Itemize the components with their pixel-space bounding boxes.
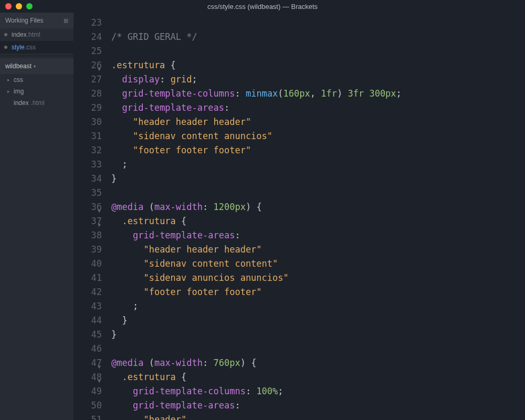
line-number[interactable]: 48▼: [74, 370, 102, 384]
close-icon[interactable]: [5, 3, 12, 9]
code-line[interactable]: "header header header": [111, 243, 525, 257]
line-number[interactable]: 30: [74, 115, 102, 129]
line-number[interactable]: 31: [74, 129, 102, 143]
window-title: css/style.css (wildbeast) — Brackets: [5, 3, 520, 10]
code-line[interactable]: grid-template-areas:: [111, 398, 525, 413]
line-number[interactable]: 29: [74, 101, 102, 115]
chevron-down-icon: ▾: [34, 64, 36, 69]
file-ext: .html: [27, 31, 40, 38]
tree-item-name: css: [14, 76, 23, 83]
code-line[interactable]: "footer footer footer": [111, 143, 525, 158]
file-name: index: [12, 31, 27, 38]
tree-item-name: index: [14, 99, 29, 107]
code-line[interactable]: [111, 186, 525, 200]
code-line[interactable]: ;: [111, 299, 525, 313]
line-number[interactable]: 26▼: [74, 58, 102, 72]
code-content[interactable]: /* GRID GERAL */.estrutura { display: gr…: [111, 13, 525, 420]
working-files-label: Working Files: [5, 17, 43, 24]
code-line[interactable]: grid-template-columns: 100%;: [111, 384, 525, 398]
tree-folder[interactable]: ▸css: [0, 74, 74, 86]
line-number[interactable]: 23: [74, 16, 102, 30]
code-line[interactable]: [111, 16, 525, 30]
code-line[interactable]: "sidenav anuncios anuncios": [111, 271, 525, 285]
line-number[interactable]: 50: [74, 398, 102, 413]
code-line[interactable]: "header": [111, 413, 525, 420]
line-number[interactable]: 28: [74, 87, 102, 101]
code-line[interactable]: /* GRID GERAL */: [111, 30, 525, 44]
line-number[interactable]: 43: [74, 299, 102, 313]
line-number[interactable]: 24: [74, 30, 102, 44]
code-line[interactable]: ;: [111, 158, 525, 172]
code-line[interactable]: @media (max-width: 1200px) {: [111, 200, 525, 214]
code-line[interactable]: grid-template-columns: minmax(160px, 1fr…: [111, 87, 525, 101]
line-number[interactable]: 38: [74, 228, 102, 243]
main-area: Working Files ⊞ index.htmlstyle.css wild…: [0, 13, 525, 420]
line-number[interactable]: 41: [74, 271, 102, 285]
line-number[interactable]: 39: [74, 243, 102, 257]
tree-file[interactable]: index.html: [0, 97, 74, 109]
line-number[interactable]: 42: [74, 285, 102, 299]
line-number[interactable]: 46: [74, 342, 102, 356]
working-file-item[interactable]: style.css: [0, 41, 74, 54]
code-editor[interactable]: 23242526▼27282930313233343536▼37▼3839404…: [74, 13, 525, 420]
code-line[interactable]: grid-template-areas:: [111, 101, 525, 115]
line-number[interactable]: 33: [74, 158, 102, 172]
code-line[interactable]: .estrutura {: [111, 370, 525, 384]
project-dropdown[interactable]: wildbeast ▾: [0, 58, 74, 74]
file-dirty-dot-icon: [4, 46, 7, 49]
code-line[interactable]: }: [111, 172, 525, 186]
line-number[interactable]: 45: [74, 328, 102, 342]
minimize-icon[interactable]: [16, 3, 22, 9]
code-line[interactable]: "sidenav content anuncios": [111, 129, 525, 143]
working-files-header[interactable]: Working Files ⊞: [0, 13, 74, 28]
line-number[interactable]: 44: [74, 313, 102, 328]
line-number[interactable]: 34: [74, 172, 102, 186]
window-controls: [5, 3, 33, 9]
line-number[interactable]: 35: [74, 186, 102, 200]
code-line[interactable]: "footer footer footer": [111, 285, 525, 299]
working-files-options-icon[interactable]: ⊞: [64, 17, 68, 24]
tree-item-name: img: [14, 88, 24, 95]
code-line[interactable]: grid-template-areas:: [111, 228, 525, 243]
tree-item-ext: .html: [31, 99, 45, 107]
code-line[interactable]: .estrutura {: [111, 214, 525, 228]
line-number[interactable]: 36▼: [74, 200, 102, 214]
code-line[interactable]: .estrutura {: [111, 58, 525, 72]
maximize-icon[interactable]: [26, 3, 33, 9]
code-line[interactable]: "sidenav content content": [111, 257, 525, 271]
line-number[interactable]: 40: [74, 257, 102, 271]
line-number[interactable]: 37▼: [74, 214, 102, 228]
file-name: style: [12, 44, 25, 51]
code-line[interactable]: @media (max-width: 760px) {: [111, 356, 525, 370]
working-files-list: index.htmlstyle.css: [0, 28, 74, 54]
working-file-item[interactable]: index.html: [0, 28, 74, 41]
code-line[interactable]: }: [111, 313, 525, 328]
code-line[interactable]: display: grid;: [111, 72, 525, 87]
file-tree: ▸css▸imgindex.html: [0, 74, 74, 109]
code-line[interactable]: [111, 342, 525, 356]
file-dirty-dot-icon: [4, 33, 7, 36]
tree-folder[interactable]: ▸img: [0, 86, 74, 97]
line-number[interactable]: 49: [74, 384, 102, 398]
line-number[interactable]: 27: [74, 72, 102, 87]
file-ext: .css: [25, 44, 36, 51]
line-number[interactable]: 47▼: [74, 356, 102, 370]
code-line[interactable]: "header header header": [111, 115, 525, 129]
titlebar: css/style.css (wildbeast) — Brackets: [0, 0, 525, 13]
caret-right-icon: ▸: [7, 77, 12, 82]
code-line[interactable]: [111, 44, 525, 58]
line-gutter[interactable]: 23242526▼27282930313233343536▼37▼3839404…: [74, 13, 111, 420]
line-number[interactable]: 51: [74, 413, 102, 420]
sidebar-divider: [0, 56, 74, 56]
line-number[interactable]: 25: [74, 44, 102, 58]
sidebar: Working Files ⊞ index.htmlstyle.css wild…: [0, 13, 74, 420]
line-number[interactable]: 32: [74, 143, 102, 158]
caret-right-icon: ▸: [7, 89, 12, 94]
code-line[interactable]: }: [111, 328, 525, 342]
project-name: wildbeast: [5, 62, 32, 70]
